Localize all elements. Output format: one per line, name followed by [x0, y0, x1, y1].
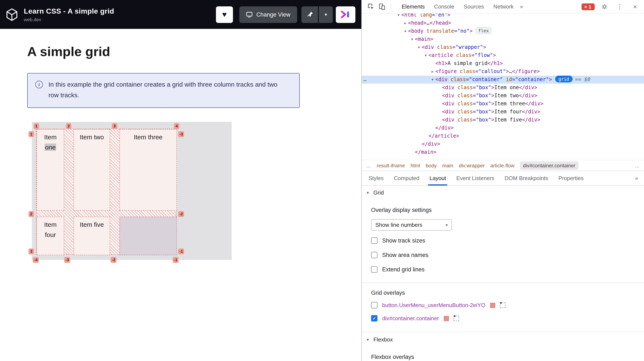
change-view-button[interactable]: Change View — [239, 6, 297, 23]
grid-overlay-row[interactable]: button.UserMenu_userMenuButton-2eiYO — [362, 299, 644, 312]
dom-tree-node[interactable]: ▼<div class="wrapper"> — [362, 43, 644, 51]
dom-tree-node[interactable]: <div class="box">Item two</div> — [362, 92, 644, 100]
toggle-expanded-icon[interactable]: ▼ — [403, 27, 408, 35]
sidebar-tab-styles[interactable]: Styles — [364, 171, 389, 185]
select-element-icon[interactable] — [453, 316, 459, 321]
code-token: class — [458, 117, 473, 123]
sidebar-tab-dom-breakpoints[interactable]: DOM Breakpoints — [500, 171, 553, 185]
checkbox[interactable]: ✓ — [371, 315, 378, 322]
toggle-expanded-icon[interactable]: ▼ — [424, 51, 428, 59]
code-token: ="box" — [473, 117, 492, 123]
dom-tree-node[interactable]: <h1>A simple grid</h1> — [362, 59, 644, 67]
code-token: ="box" — [473, 101, 492, 107]
dom-tree-node[interactable]: <div class="box">Item one</div> — [362, 84, 644, 92]
display-setting-row[interactable]: Extend grid lines — [362, 262, 644, 277]
inspect-element-icon[interactable] — [365, 1, 376, 12]
dom-tree-node[interactable]: …▼<div class="container" id="container">… — [362, 76, 644, 84]
close-devtools-icon[interactable]: × — [630, 1, 640, 12]
error-badge[interactable]: × 1 — [582, 3, 595, 10]
dom-tree-node[interactable]: </main> — [362, 148, 644, 156]
dom-tree-node[interactable]: ▼<article class="flow"> — [362, 51, 644, 59]
device-toolbar-icon[interactable] — [376, 1, 387, 12]
pin-button[interactable] — [302, 6, 318, 23]
toggle-expanded-icon[interactable]: ▼ — [396, 13, 401, 19]
code-token — [503, 76, 506, 82]
kebab-menu-icon[interactable]: ⋮ — [614, 1, 625, 12]
more-panels-icon[interactable]: » — [518, 3, 525, 10]
breadcrumb-item[interactable]: div.wrapper — [459, 162, 485, 168]
panel-tab-elements[interactable]: Elements — [397, 0, 429, 13]
more-sidebar-tabs-icon[interactable]: » — [635, 175, 642, 181]
code-token: > — [506, 68, 509, 74]
divider — [362, 282, 644, 283]
node-options-icon[interactable]: … — [364, 76, 366, 84]
sidebar-tab-computed[interactable]: Computed — [389, 171, 424, 185]
checkbox[interactable] — [371, 237, 378, 244]
toggle-collapsed-icon[interactable]: ▶ — [430, 67, 435, 76]
breadcrumb-item[interactable]: main — [442, 162, 453, 168]
grid-section-header[interactable]: ▼ Grid — [362, 186, 644, 199]
checkbox[interactable] — [371, 252, 378, 258]
dom-tree-node[interactable]: </div> — [362, 124, 644, 132]
flexbox-section-header[interactable]: ▼ Flexbox — [362, 332, 644, 346]
grid-overlay-row[interactable]: ✓div#container.container — [362, 312, 644, 325]
dom-tree-node[interactable]: <div class="box">Item five</div> — [362, 116, 644, 124]
display-setting-row[interactable]: Show area names — [362, 248, 644, 262]
grid-item-two: Item two — [74, 129, 110, 211]
sidebar-tab-event-listeners[interactable]: Event Listeners — [451, 171, 500, 185]
breadcrumb-item[interactable]: … — [635, 162, 640, 168]
code-token: class — [458, 84, 473, 90]
sidebar-tab-layout[interactable]: Layout — [424, 171, 451, 185]
toggle-collapsed-icon[interactable]: ▶ — [403, 19, 408, 27]
dom-tree-node[interactable]: ▶<figure class="callout">…</figure> — [362, 67, 644, 76]
toggle-expanded-icon[interactable]: ▼ — [416, 43, 421, 51]
breadcrumb-item[interactable]: html — [410, 162, 420, 168]
grid-line-number-badge: 1 — [34, 123, 39, 129]
breadcrumb-item[interactable]: body — [426, 162, 437, 168]
dom-tree-node[interactable]: </div> — [362, 140, 644, 148]
code-token: ="container" — [512, 76, 549, 82]
breadcrumb-item[interactable]: div#container.container — [520, 161, 578, 170]
breadcrumb-item[interactable]: article.flow — [490, 162, 514, 168]
open-in-editor-button[interactable] — [336, 6, 355, 23]
line-numbers-select[interactable]: Show line numbers ▾ — [371, 219, 452, 231]
code-token: <h1> — [435, 60, 448, 66]
overlay-color-swatch[interactable] — [444, 316, 449, 321]
code-token: <div — [442, 84, 458, 90]
breadcrumb-item[interactable]: result-iframe — [376, 162, 405, 168]
code-token: <div — [435, 76, 450, 82]
sidebar-tab-properties[interactable]: Properties — [553, 171, 589, 185]
overlay-color-swatch[interactable] — [490, 303, 495, 308]
expand-button[interactable]: ▾ — [319, 6, 333, 23]
flex-badge[interactable]: flex — [476, 27, 492, 34]
dom-tree-node[interactable]: ▼<main> — [362, 35, 644, 43]
display-setting-row[interactable]: Show track sizes — [362, 233, 644, 248]
code-token: > — [483, 44, 486, 50]
panel-tab-console[interactable]: Console — [429, 0, 459, 13]
heart-icon: ♥ — [222, 10, 226, 18]
checkbox[interactable] — [371, 302, 378, 308]
triangle-down-icon: ▼ — [366, 338, 370, 342]
select-element-icon[interactable] — [500, 302, 506, 308]
toggle-expanded-icon[interactable]: ▼ — [410, 35, 414, 43]
panel-tab-network[interactable]: Network — [489, 0, 518, 13]
toggle-expanded-icon[interactable]: ▼ — [430, 76, 435, 84]
webdev-logo-icon[interactable] — [5, 8, 19, 21]
favorite-button[interactable]: ♥ — [216, 6, 233, 23]
dom-tree-node[interactable]: <div class="box">Item four</div> — [362, 108, 644, 116]
code-token: <div — [422, 44, 437, 50]
breadcrumb-item[interactable]: … — [366, 162, 371, 168]
code-token: > — [549, 76, 552, 82]
checkbox[interactable] — [371, 266, 378, 273]
grid-overlays-label: Grid overlays — [371, 290, 644, 296]
grid-item-label: Item four — [41, 220, 60, 255]
settings-gear-icon[interactable] — [599, 1, 610, 12]
dom-tree-node[interactable]: ▶<head>…</head> — [362, 19, 644, 27]
dom-tree-node[interactable]: </article> — [362, 132, 644, 140]
dom-tree-node[interactable]: <div class="box">Item three</div> — [362, 100, 644, 108]
dom-tree-node[interactable]: ▼<body translate="no">flex — [362, 27, 644, 35]
dom-tree-node[interactable]: ▼<html lang="en"> — [362, 13, 644, 19]
code-token: </div> — [522, 117, 540, 123]
panel-tab-sources[interactable]: Sources — [459, 0, 489, 13]
grid-badge[interactable]: grid — [555, 76, 572, 82]
